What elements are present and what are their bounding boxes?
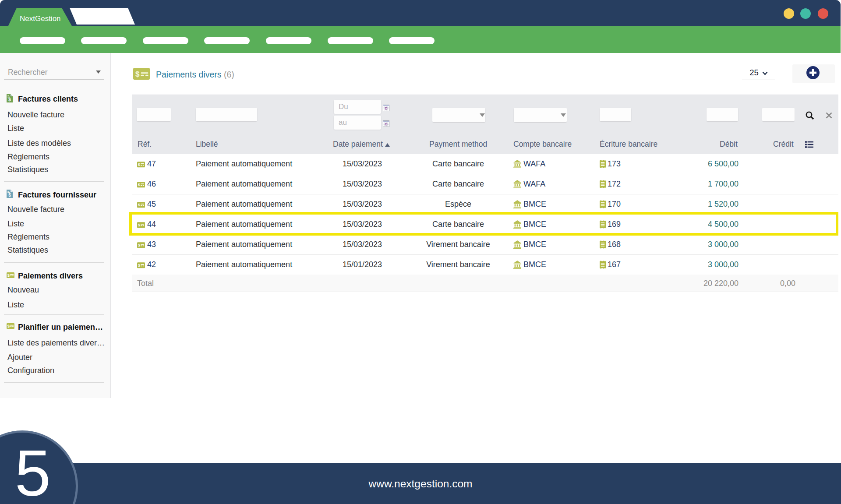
svg-text:$: $ — [138, 162, 141, 167]
svg-text:$: $ — [8, 97, 11, 102]
svg-text:$: $ — [7, 324, 10, 328]
svg-text:$: $ — [138, 182, 141, 187]
svg-text:$: $ — [138, 202, 141, 207]
svg-text:$: $ — [8, 193, 11, 197]
svg-text:$: $ — [7, 273, 10, 278]
svg-text:$: $ — [138, 263, 141, 268]
svg-text:$: $ — [135, 70, 140, 78]
svg-text:$: $ — [138, 243, 141, 247]
